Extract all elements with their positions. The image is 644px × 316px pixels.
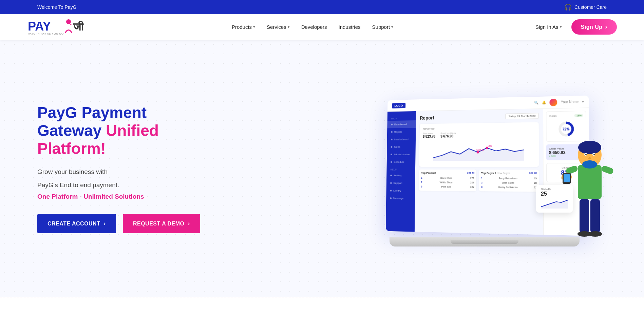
svg-point-28 xyxy=(588,231,602,237)
db-sidebar-report[interactable]: Report xyxy=(387,128,416,136)
sidebar-support-label: Support xyxy=(393,181,402,184)
db-avatar xyxy=(550,98,557,106)
signin-label: Sign In As xyxy=(535,24,558,30)
demo-arrow-icon: › xyxy=(188,220,190,227)
sidebar-dot-9 xyxy=(390,190,392,192)
sidebar-leaderboard-label: Leaderboard xyxy=(394,138,409,141)
signup-button[interactable]: Sign Up › xyxy=(571,19,617,35)
db-sidebar-support[interactable]: Support xyxy=(386,179,415,187)
products-label: Products xyxy=(232,24,252,30)
db-goals-title: Goals -18% xyxy=(549,114,583,118)
svg-text:PAY AS YOU GO: PAY AS YOU GO xyxy=(41,32,64,35)
svg-rect-24 xyxy=(564,174,570,182)
db-sidebar-dashboard[interactable]: Dashboard xyxy=(387,120,416,128)
industries-label: Industries xyxy=(339,24,361,30)
svg-point-5 xyxy=(477,151,479,153)
sidebar-library-label: Library xyxy=(393,189,401,192)
db-sidebar-schedule[interactable]: Schedule xyxy=(387,158,416,166)
product-row-3: 3 Pink suit 337 xyxy=(421,184,474,189)
db-prevweek-val: $ 676.90 xyxy=(440,134,456,138)
db-sidebar: MAIN Dashboard Report Lead xyxy=(386,111,416,232)
services-label: Services xyxy=(267,24,286,30)
db-date-picker[interactable]: Today, 24 March 2020 xyxy=(506,113,539,119)
db-search-icon: 🔍 xyxy=(534,101,538,104)
db-sidebar-setting[interactable]: Setting xyxy=(386,172,415,179)
db-sidebar-sales[interactable]: Sales xyxy=(387,143,416,151)
signup-arrow-icon: › xyxy=(605,23,608,31)
sidebar-dot-5 xyxy=(391,154,392,155)
hero-desc-2: PayG's End to end payment. xyxy=(37,180,214,190)
db-sidebar-leaderboard[interactable]: Leaderboard xyxy=(387,135,416,143)
create-arrow-icon: › xyxy=(103,220,106,227)
db-report-title: Report xyxy=(420,115,434,120)
db-goals-badge: -18% xyxy=(574,114,583,117)
svg-point-14 xyxy=(582,160,597,169)
sidebar-message-label: Message xyxy=(393,197,404,200)
nav-item-support[interactable]: Support ▾ xyxy=(367,21,398,33)
svg-point-17 xyxy=(585,154,587,155)
svg-text:$482.63: $482.63 xyxy=(476,149,484,151)
support-label: Support xyxy=(372,24,390,30)
nav-item-products[interactable]: Products ▾ xyxy=(227,21,260,33)
top-banner: Welcome To PayG 🎧 Customer Care xyxy=(0,0,644,14)
db-top-products: Top Product See all 1 Black Shoe 271 xyxy=(419,170,476,191)
nav-item-services[interactable]: Services ▾ xyxy=(262,21,295,33)
db-sidebar-library[interactable]: Library xyxy=(386,187,415,195)
request-demo-button[interactable]: REQUEST A DEMO › xyxy=(123,214,200,233)
product-row-2: 2 White Shoe 258 xyxy=(421,180,474,185)
db-sidebar-main-label: MAIN xyxy=(387,115,416,121)
support-chevron: ▾ xyxy=(391,25,393,29)
create-account-label: CREATE ACCOUNT xyxy=(48,221,100,227)
hero-right: Total Amount 10,000 LOGO xyxy=(221,91,607,246)
hero-left: PayG Payment Gateway UnifiedPlatform! Gr… xyxy=(37,104,214,233)
db-buyers-seeall[interactable]: See all xyxy=(529,172,537,175)
customer-care[interactable]: 🎧 Customer Care xyxy=(564,3,607,11)
sidebar-dot-2 xyxy=(391,131,393,133)
db-title-row: Report Today, 24 March 2020 xyxy=(420,113,539,121)
db-bell-icon: 🔔 xyxy=(542,101,546,104)
db-sidebar-admin[interactable]: Administration xyxy=(387,151,416,158)
sidebar-schedule-label: Schedule xyxy=(394,160,404,163)
dashboard-wrapper: Total Amount 10,000 LOGO xyxy=(383,91,607,246)
sidebar-dot-3 xyxy=(391,139,393,140)
svg-rect-26 xyxy=(590,199,600,233)
nav-item-developers[interactable]: Developers xyxy=(297,21,332,33)
svg-rect-25 xyxy=(580,199,589,233)
laptop-stand xyxy=(451,240,518,244)
db-top-products-title: Top Product See all xyxy=(421,172,474,175)
svg-point-18 xyxy=(593,154,595,155)
db-dropdown-icon: ▾ xyxy=(582,100,584,103)
developers-label: Developers xyxy=(301,24,327,30)
db-chart: $482.63 +15% xyxy=(422,139,535,163)
customer-care-label: Customer Care xyxy=(574,4,607,10)
svg-rect-11 xyxy=(578,165,602,199)
sidebar-dashboard-label: Dashboard xyxy=(394,123,407,126)
laptop-base xyxy=(390,237,580,246)
db-products-seeall[interactable]: See all xyxy=(467,172,474,175)
sidebar-dot-4 xyxy=(391,146,393,148)
svg-point-13 xyxy=(578,141,601,154)
db-sidebar-help-label: HELP xyxy=(386,166,415,172)
signin-button[interactable]: Sign In As ▾ xyxy=(530,21,567,33)
hero-content: PayG Payment Gateway UnifiedPlatform! Gr… xyxy=(0,70,644,267)
welcome-text: Welcome To PayG xyxy=(37,4,76,10)
buyer-row-1: 1 Andy Robertson 25 xyxy=(481,176,537,181)
db-revenue-title: Revenue xyxy=(423,126,535,131)
buyer-row-2: 2 Julia Estell 18 xyxy=(481,180,537,185)
sidebar-dot-8 xyxy=(390,182,392,184)
nav-item-industries[interactable]: Industries xyxy=(334,21,365,33)
product-row-1: 1 Black Shoe 271 xyxy=(421,176,474,180)
character-illustration xyxy=(559,118,627,253)
buyer-row-3: 3 Romy Subhindra 12 xyxy=(481,185,537,190)
logo[interactable]: PAY जी PAYG.IN PAY AS YOU GO xyxy=(27,18,95,36)
db-bottom-row: Top Product See all 1 Black Shoe 271 xyxy=(419,170,539,192)
db-sidebar-message[interactable]: Message xyxy=(386,194,415,202)
svg-text:जी: जी xyxy=(73,21,84,33)
hero-desc-1: Grow your business with xyxy=(37,167,214,177)
create-account-button[interactable]: CREATE ACCOUNT › xyxy=(37,214,116,233)
db-thisweek-val: $ 823.76 xyxy=(423,135,435,138)
signin-chevron: ▾ xyxy=(560,25,562,29)
svg-point-19 xyxy=(588,157,591,159)
services-chevron: ▾ xyxy=(288,25,290,29)
sidebar-setting-label: Setting xyxy=(394,174,401,177)
